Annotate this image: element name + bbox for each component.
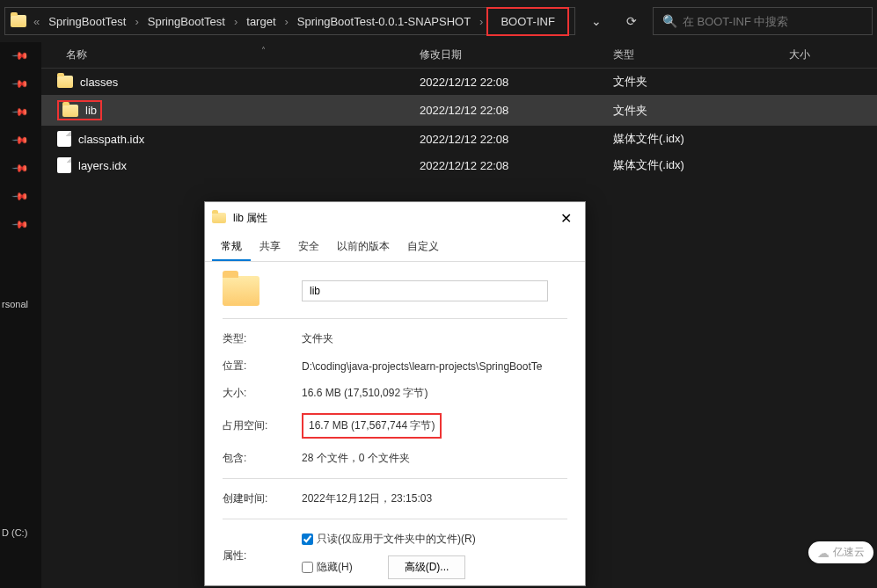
refresh-button[interactable]: ⟳	[618, 7, 646, 35]
file-type: 文件夹	[613, 74, 789, 90]
tab-general[interactable]: 常规	[212, 234, 251, 261]
tab-previous[interactable]: 以前的版本	[328, 234, 398, 261]
column-header-name[interactable]: 名称˄	[41, 47, 420, 62]
pin-icon[interactable]: 📌	[11, 103, 30, 121]
file-row[interactable]: classpath.idx 2022/12/12 22:08 媒体文件(.idx…	[41, 126, 877, 152]
file-name: layers.idx	[78, 159, 127, 172]
properties-dialog: lib 属性 ✕ 常规 共享 安全 以前的版本 自定义 类型:文件夹 位置:D:…	[204, 201, 586, 586]
breadcrumb-item[interactable]: SpringBootTest-0.0.1-SNAPSHOT	[292, 11, 476, 32]
label-attributes: 属性:	[223, 548, 302, 563]
file-date: 2022/12/12 22:08	[420, 104, 613, 117]
file-name: classes	[80, 76, 118, 89]
file-type: 文件夹	[613, 103, 789, 119]
dialog-title: lib 属性	[233, 211, 546, 226]
chevron-right-icon: ›	[285, 15, 289, 28]
folder-icon	[57, 76, 73, 88]
chevron-right-icon: ›	[479, 15, 483, 28]
value-size: 16.6 MB (17,510,092 字节)	[302, 386, 567, 401]
label-location: 位置:	[223, 359, 302, 374]
folder-name-input[interactable]	[302, 280, 548, 301]
file-icon	[57, 157, 71, 173]
value-contains: 28 个文件，0 个文件夹	[302, 451, 567, 466]
label-created: 创建时间:	[223, 491, 302, 506]
readonly-checkbox[interactable]: 只读(仅应用于文件夹中的文件)(R)	[302, 532, 567, 547]
folder-icon	[62, 105, 78, 117]
sidebar: 📌 📌 📌 📌 📌 📌 📌	[0, 42, 41, 588]
tab-custom[interactable]: 自定义	[398, 234, 448, 261]
chevron-right-icon: ›	[135, 15, 138, 28]
close-button[interactable]: ✕	[553, 207, 578, 229]
cloud-icon: ☁	[817, 546, 829, 560]
value-created: 2022年12月12日，23:15:03	[302, 491, 567, 506]
dialog-tabs: 常规 共享 安全 以前的版本 自定义	[205, 234, 585, 262]
tab-sharing[interactable]: 共享	[251, 234, 289, 261]
search-icon: 🔍	[662, 14, 677, 28]
file-type: 媒体文件(.idx)	[613, 131, 789, 147]
hidden-checkbox[interactable]: 隐藏(H)	[302, 560, 353, 575]
breadcrumb-item[interactable]: SpringBootTest	[43, 11, 131, 32]
chevron-right-icon: ›	[234, 15, 238, 28]
dialog-body: 类型:文件夹 位置:D:\coding\java-projects\learn-…	[205, 262, 585, 588]
file-icon	[57, 131, 71, 147]
advanced-button[interactable]: 高级(D)...	[388, 555, 466, 579]
breadcrumb-item-current[interactable]: BOOT-INF	[486, 7, 568, 36]
label-size-on-disk: 占用空间:	[223, 418, 302, 433]
file-row[interactable]: classes 2022/12/12 22:08 文件夹	[41, 69, 877, 95]
file-date: 2022/12/12 22:08	[420, 133, 613, 146]
label-size: 大小:	[223, 386, 302, 401]
watermark: ☁ 亿速云	[808, 541, 873, 563]
pin-icon[interactable]: 📌	[11, 159, 30, 178]
pin-icon[interactable]: 📌	[11, 131, 30, 149]
file-date: 2022/12/12 22:08	[420, 159, 613, 172]
breadcrumb-item[interactable]: target	[241, 11, 281, 32]
value-location: D:\coding\java-projects\learn-projects\S…	[302, 360, 567, 373]
file-row[interactable]: layers.idx 2022/12/12 22:08 媒体文件(.idx)	[41, 152, 877, 178]
folder-icon-large	[223, 276, 259, 306]
history-dropdown-button[interactable]: ⌄	[582, 7, 610, 35]
tab-security[interactable]: 安全	[289, 234, 328, 261]
search-input[interactable]	[683, 15, 863, 28]
column-header-date[interactable]: 修改日期	[420, 47, 613, 62]
dialog-titlebar[interactable]: lib 属性 ✕	[205, 202, 585, 234]
watermark-text: 亿速云	[833, 545, 865, 560]
pin-icon[interactable]: 📌	[11, 187, 30, 206]
sort-indicator-icon: ˄	[261, 46, 266, 55]
column-headers: 名称˄ 修改日期 类型 大小	[41, 42, 877, 69]
pin-icon[interactable]: 📌	[11, 47, 30, 65]
sidebar-label-personal[interactable]: rsonal	[0, 299, 28, 309]
file-row-selected[interactable]: lib 2022/12/12 22:08 文件夹	[41, 95, 877, 126]
folder-icon	[212, 213, 226, 223]
column-header-type[interactable]: 类型	[613, 47, 789, 62]
file-name: lib	[85, 104, 97, 117]
search-box[interactable]: 🔍	[653, 7, 873, 35]
pin-icon[interactable]: 📌	[11, 215, 30, 234]
sidebar-label-drive[interactable]: D (C:)	[0, 527, 27, 538]
label-contains: 包含:	[223, 451, 302, 466]
value-type: 文件夹	[302, 331, 567, 346]
pin-icon[interactable]: 📌	[11, 75, 30, 93]
label-type: 类型:	[223, 331, 302, 346]
address-bar: « SpringBootTest › SpringBootTest › targ…	[0, 0, 877, 42]
breadcrumb-item[interactable]: SpringBootTest	[143, 11, 230, 32]
file-date: 2022/12/12 22:08	[420, 76, 613, 89]
value-size-on-disk: 16.7 MB (17,567,744 字节)	[302, 413, 442, 439]
file-name: classpath.idx	[78, 133, 144, 146]
file-type: 媒体文件(.idx)	[613, 157, 789, 173]
breadcrumb[interactable]: « SpringBootTest › SpringBootTest › targ…	[4, 7, 575, 35]
folder-icon	[11, 15, 26, 27]
column-header-size[interactable]: 大小	[789, 47, 877, 62]
chevron-left-icon[interactable]: «	[33, 15, 40, 28]
